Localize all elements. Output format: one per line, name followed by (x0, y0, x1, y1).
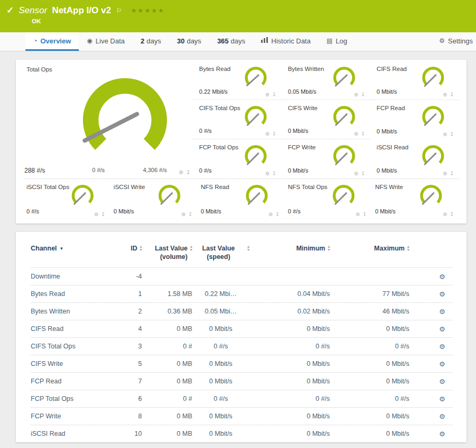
gauge-pin-icon[interactable]: ↧ (450, 171, 454, 176)
gauge-pin-icon[interactable]: ↧ (188, 212, 193, 217)
gauge-pin-icon[interactable]: ↧ (275, 212, 280, 217)
channel-settings-gear-icon[interactable]: ⚙ (439, 290, 445, 298)
channel-dropdown-caret-icon[interactable]: ▼ (59, 246, 64, 251)
channel-gauge (241, 102, 270, 130)
cell-maximum: 77 Mbit/s (330, 290, 409, 298)
sort-icon[interactable]: ▴▾ (407, 245, 409, 251)
gauge-gear-icon[interactable]: ⚙ (94, 212, 98, 217)
gauge-pin-icon[interactable]: ↧ (272, 131, 276, 137)
channel-gauge (329, 181, 358, 209)
cell-maximum: 0 Mbit/s (330, 325, 409, 333)
gauge-gear-icon[interactable]: ⚙ (356, 212, 360, 217)
cell-last-value-volume: 0 MB (142, 325, 192, 333)
gauge-pin-icon[interactable]: ↧ (450, 212, 454, 217)
tab-2-days[interactable]: 2 days (132, 32, 169, 51)
gauge-pin-icon[interactable]: ↧ (450, 132, 454, 137)
table-row: CIFS Read 4 0 MB 0 Mbit/s 0 Mbit/s 0 Mbi… (31, 320, 453, 337)
cell-last-value-speed: 0 Mbit/s (192, 360, 249, 368)
tab-label: days (147, 37, 161, 45)
priority-stars-icon[interactable]: ★★★★★ (131, 7, 165, 14)
cell-id: 2 (110, 308, 142, 315)
gauge-gear-icon[interactable]: ⚙ (354, 92, 358, 97)
column-label: Minimum (296, 245, 325, 253)
column-label: Last Value (volume) (142, 245, 187, 261)
column-header-maximum[interactable]: Maximum ▴▾ (330, 245, 409, 253)
tab-historic-data[interactable]: Historic Data (253, 32, 318, 51)
gauge-pin-icon[interactable]: ↧ (361, 131, 365, 137)
gauge-pin-icon[interactable]: ↧ (361, 171, 365, 176)
tab-log[interactable]: ▤ Log (319, 32, 355, 51)
channel-settings-gear-icon[interactable]: ⚙ (439, 430, 445, 438)
gauge-pin-icon[interactable]: ↧ (450, 92, 454, 97)
channel-settings-gear-icon[interactable]: ⚙ (439, 413, 445, 420)
gauge-gear-icon[interactable]: ⚙ (443, 212, 447, 217)
gauge-gear-icon[interactable]: ⚙ (265, 92, 270, 97)
gauges-panel: Total Ops 288 #/s 0 #/s 4,306 #/s ⚙ ↧ By… (16, 60, 466, 223)
column-header-channel[interactable]: Channel ▼ (31, 245, 110, 253)
channel-gauge (419, 102, 447, 130)
table-row: Downtime -4 ⚙ (31, 267, 453, 285)
gauge-pin-icon[interactable]: ↧ (361, 92, 365, 97)
gauge-cell: NFS Total Ops 0 #/s ⚙ ↧ (285, 179, 372, 219)
table-row: CIFS Write 5 0 MB 0 Mbit/s 0 Mbit/s 0 Mb… (31, 355, 453, 372)
gauge-gear-icon[interactable]: ⚙ (354, 131, 358, 137)
table-header-row: Channel ▼ ID ▴▾ Last Value (volume) ▴▾ L… (31, 235, 453, 267)
channel-gauge (417, 181, 445, 209)
tab-settings[interactable]: ⚙ Settings (431, 32, 476, 51)
tab-365-days[interactable]: 365 days (209, 32, 253, 51)
channel-settings-gear-icon[interactable]: ⚙ (439, 378, 445, 386)
channel-gauge (330, 62, 358, 91)
gauge-gear-icon[interactable]: ⚙ (443, 92, 447, 97)
gauge-gear-icon[interactable]: ⚙ (354, 171, 358, 176)
table-row: FCP Total Ops 6 0 # 0 #/s 0 #/s 0 #/s ⚙ (31, 390, 453, 407)
gauge-max-label: 4,306 #/s (143, 167, 167, 173)
flag-icon[interactable]: ⚐ (116, 7, 122, 14)
tab-bar: ◔ Overview ◉ Live Data 2 days 30 days 36… (0, 32, 476, 51)
cell-last-value-speed: 0.05 Mbi… (192, 308, 249, 315)
cell-last-value-volume: 0 # (142, 395, 192, 402)
gauge-gear-icon[interactable]: ⚙ (182, 212, 186, 217)
channel-settings-gear-icon[interactable]: ⚙ (439, 273, 445, 281)
gauge-value: 0 Mbit/s (376, 167, 397, 174)
gauge-gear-icon[interactable]: ⚙ (443, 171, 447, 176)
gauge-pin-icon[interactable]: ↧ (101, 212, 105, 217)
gauge-pin-icon[interactable]: ↧ (272, 92, 276, 97)
gauge-gear-icon[interactable]: ⚙ (265, 131, 270, 137)
settings-gear-icon: ⚙ (439, 37, 445, 44)
gauge-cell: iSCSI Read 0 Mbit/s ⚙ ↧ (370, 139, 459, 178)
table-row: CIFS Total Ops 3 0 # 0 #/s 0 #/s 0 #/s ⚙ (31, 337, 453, 355)
channel-settings-gear-icon[interactable]: ⚙ (439, 325, 445, 333)
gauge-cell: FCP Total Ops 0 #/s ⚙ ↧ (193, 139, 282, 178)
gauge-gear-icon[interactable]: ⚙ (265, 171, 270, 176)
gauge-gear-icon[interactable]: ⚙ (443, 132, 447, 137)
channel-settings-gear-icon[interactable]: ⚙ (439, 343, 445, 351)
gauge-value: 0 #/s (26, 208, 39, 214)
gauge-value: 0 #/s (199, 128, 212, 134)
tab-label: Overview (40, 37, 71, 45)
tab-overview[interactable]: ◔ Overview (25, 32, 79, 51)
channel-gauge (419, 141, 447, 169)
cell-last-value-speed: 0 Mbit/s (192, 325, 249, 333)
gauge-value: 0 Mbit/s (375, 208, 396, 214)
column-header-last-value-volume[interactable]: Last Value (volume) ▴▾ (142, 245, 192, 261)
cell-last-value-speed: 0 #/s (192, 395, 249, 402)
tab-label: Settings (448, 37, 473, 45)
gauge-gear-icon[interactable]: ⚙ (268, 212, 273, 217)
column-header-last-value-speed[interactable]: Last Value (speed) ▴▾ (192, 245, 249, 261)
cell-last-value-volume: 0 MB (142, 413, 192, 420)
tab-live-data[interactable]: ◉ Live Data (79, 32, 132, 51)
column-header-id[interactable]: ID ▴▾ (110, 245, 142, 253)
table-row: FCP Read 7 0 MB 0 Mbit/s 0 Mbit/s 0 Mbit… (31, 372, 453, 390)
gauge-value: 0 Mbit/s (288, 167, 309, 174)
channel-settings-gear-icon[interactable]: ⚙ (439, 360, 445, 368)
tab-30-days[interactable]: 30 days (169, 32, 209, 51)
gauge-pin-icon[interactable]: ↧ (272, 171, 276, 176)
gauge-pin-icon[interactable]: ↧ (186, 169, 191, 175)
gauge-value: 0 #/s (288, 208, 301, 214)
channel-settings-gear-icon[interactable]: ⚙ (439, 308, 445, 316)
gauge-pin-icon[interactable]: ↧ (363, 212, 367, 217)
bottom-gauges-row: iSCSI Total Ops 0 #/s ⚙ ↧ iSCSI Write 0 … (23, 179, 459, 219)
channel-settings-gear-icon[interactable]: ⚙ (439, 395, 445, 403)
column-header-minimum[interactable]: Minimum ▴▾ (249, 245, 330, 253)
gauge-gear-icon[interactable]: ⚙ (179, 169, 184, 175)
